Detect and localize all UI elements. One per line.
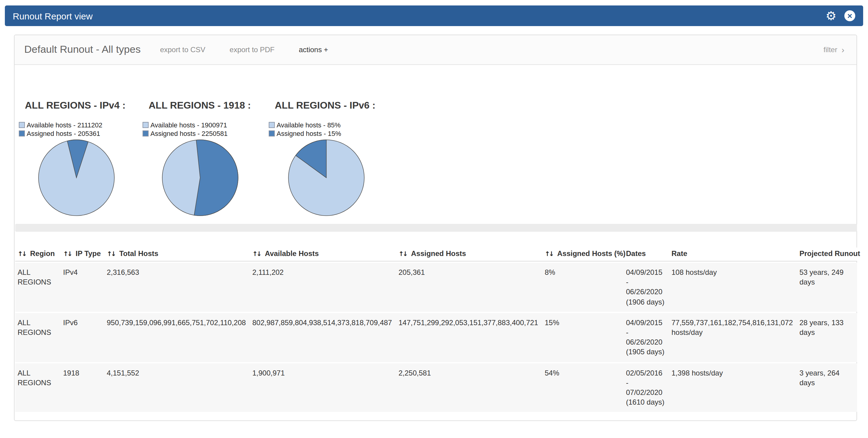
sort-icon[interactable]: ↑↓ [63,250,71,257]
runout-table-wrap: ↑↓Region↑↓IP Type↑↓Total Hosts↑↓Availabl… [15,246,857,413]
legend-label: Assigned hosts - 2250581 [150,130,227,137]
cell-region: ALL REGIONS [15,363,61,412]
table-header-row: ↑↓Region↑↓IP Type↑↓Total Hosts↑↓Availabl… [15,248,857,261]
cell-rate: 108 hosts/day [669,263,797,312]
legend-item: Assigned hosts - 15% [269,129,395,138]
chart-title: ALL REGIONS - IPv6 : [275,100,395,111]
charts-row: ALL REGIONS - IPv4 :Available hosts - 21… [14,100,857,243]
legend-label: Assigned hosts - 205361 [27,130,100,137]
date-line: 02/05/2016 [626,368,666,378]
legend-label: Available hosts - 1900971 [150,121,227,129]
column-header-rate: Rate [669,248,797,261]
column-label: Total Hosts [119,249,158,258]
date-line: 04/09/2015 [626,318,666,327]
cell-dates: 04/09/2015-06/26/2020(1906 days) [624,263,669,312]
column-header-ip-type[interactable]: ↑↓IP Type [61,248,104,261]
settings-gear-icon[interactable]: ⚙ [826,10,836,22]
chart-legend: Available hosts - 2111202Assigned hosts … [19,121,145,138]
date-line: 04/09/2015 [626,268,666,277]
legend-swatch [143,122,149,128]
close-icon[interactable]: × [844,10,855,21]
table-row[interactable]: ALL REGIONSIPv42,316,5632,111,202205,361… [15,263,857,312]
runout-table: ↑↓Region↑↓IP Type↑↓Total Hosts↑↓Availabl… [15,246,857,413]
window-titlebar: Runout Report view ⚙ × [5,5,863,26]
cell-projected-runout: 28 years, 133 days [797,313,857,362]
column-label: Available Hosts [265,249,319,258]
chevron-right-icon: › [842,45,844,55]
filter-toggle[interactable]: filter › [824,45,844,55]
legend-label: Available hosts - 2111202 [27,121,102,129]
cell-ip-type: IPv6 [61,313,104,362]
date-line: - [626,277,666,287]
pie [287,139,365,217]
export-pdf-link[interactable]: export to PDF [229,45,275,54]
titlebar-icons: ⚙ × [826,10,855,22]
legend-label: Available hosts - 85% [277,121,341,129]
legend-item: Assigned hosts - 2250581 [143,129,269,138]
report-container: Default Runout - All types export to CSV… [14,35,857,421]
date-line: 07/02/2020 [626,388,666,397]
cell-assigned-pct: 8% [542,263,624,312]
legend-label: Assigned hosts - 15% [277,130,341,137]
cell-available-hosts: 1,900,971 [250,363,396,412]
date-line: 06/26/2020 [626,287,666,297]
column-header-assigned-hosts[interactable]: ↑↓Assigned Hosts (%) [542,248,624,261]
column-label: Dates [626,249,646,258]
sort-icon[interactable]: ↑↓ [107,250,115,257]
table-body: ALL REGIONSIPv42,316,5632,111,202205,361… [15,263,857,412]
pie [38,139,115,217]
cell-ip-type: IPv4 [61,263,104,312]
column-label: Projected Runout [800,249,860,258]
cell-region: ALL REGIONS [15,313,61,362]
actions-menu-button[interactable]: actions + [299,45,328,54]
column-header-available-hosts[interactable]: ↑↓Available Hosts [250,248,396,261]
sort-icon[interactable]: ↑↓ [545,250,553,257]
column-label: IP Type [75,249,101,258]
pie-chart-3: ALL REGIONS - IPv6 :Available hosts - 85… [269,100,395,217]
runout-report-window: Runout Report view ⚙ × Default Runout - … [0,0,868,438]
cell-ip-type: 1918 [61,363,104,412]
date-line: - [626,327,666,337]
legend-swatch [269,122,275,128]
sort-icon[interactable]: ↑↓ [399,250,407,257]
date-line: (1610 days) [626,397,666,407]
legend-swatch [19,130,25,136]
cell-assigned-pct: 15% [542,313,624,362]
export-csv-link[interactable]: export to CSV [160,45,205,54]
date-line: - [626,378,666,387]
cell-available-hosts: 802,987,859,804,938,514,373,818,709,487 [250,313,396,362]
cell-rate: 1,398 hosts/day [669,363,797,412]
horizontal-scrollbar[interactable] [15,224,857,232]
cell-available-hosts: 2,111,202 [250,263,396,312]
column-header-total-hosts[interactable]: ↑↓Total Hosts [104,248,250,261]
chart-legend: Available hosts - 85%Assigned hosts - 15… [269,121,395,138]
legend-swatch [269,130,275,136]
date-line: (1905 days) [626,347,666,357]
column-header-projected-runout: Projected Runout [797,248,857,261]
column-header-region[interactable]: ↑↓Region [15,248,61,261]
column-label: Assigned Hosts (%) [557,249,625,258]
legend-swatch [143,130,149,136]
sort-icon[interactable]: ↑↓ [252,250,260,257]
cell-dates: 02/05/2016-07/02/2020(1610 days) [624,363,669,412]
legend-item: Available hosts - 1900971 [143,121,269,129]
legend-item: Available hosts - 85% [269,121,395,129]
legend-item: Assigned hosts - 205361 [19,129,145,138]
pie-chart-1: ALL REGIONS - IPv4 :Available hosts - 21… [19,100,145,217]
chart-title: ALL REGIONS - 1918 : [149,100,269,111]
legend-swatch [19,122,25,128]
sort-icon[interactable]: ↑↓ [18,250,26,257]
column-label: Rate [672,249,687,258]
cell-total-hosts: 4,151,552 [104,363,250,412]
cell-projected-runout: 53 years, 249 days [797,263,857,312]
column-header-assigned-hosts[interactable]: ↑↓Assigned Hosts [396,248,542,261]
cell-assigned-pct: 54% [542,363,624,412]
legend-item: Available hosts - 2111202 [19,121,145,129]
chart-title: ALL REGIONS - IPv4 : [25,100,145,111]
cell-assigned-hosts: 205,361 [396,263,542,312]
table-row[interactable]: ALL REGIONSIPv6950,739,159,096,991,665,7… [15,313,857,362]
cell-region: ALL REGIONS [15,263,61,312]
column-header-dates: Dates [624,248,669,261]
table-row[interactable]: ALL REGIONS19184,151,5521,900,9712,250,5… [15,363,857,412]
cell-assigned-hosts: 147,751,299,292,053,151,377,883,400,721 [396,313,542,362]
